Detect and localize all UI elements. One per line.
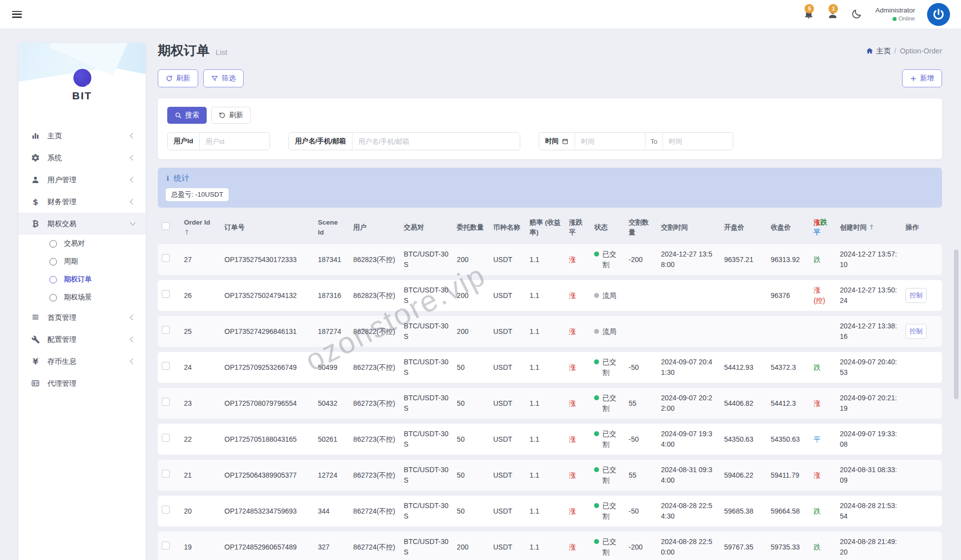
- row-checkbox[interactable]: [162, 326, 170, 334]
- col-coin: 币种名称: [489, 216, 526, 239]
- info-icon: i: [166, 174, 170, 183]
- notifications-button[interactable]: 5: [803, 8, 815, 20]
- open-price-cell: 59767.35: [720, 532, 767, 560]
- pair-cell: BTC/USDT-30S: [400, 316, 453, 347]
- avatar[interactable]: [927, 3, 950, 26]
- search-panel: 搜索 刷新 用户Id 用户名/手机/邮箱 时间 To: [158, 98, 942, 159]
- online-users-button[interactable]: 1: [827, 8, 839, 20]
- amount-cell: 50: [453, 496, 489, 527]
- sidebar-item-option-orders[interactable]: 期权订单: [18, 271, 146, 288]
- sidebar-item-system[interactable]: 系统: [18, 147, 146, 169]
- sidebar-item-finance[interactable]: $ 财务管理: [18, 191, 146, 213]
- side-cell: 涨: [565, 352, 591, 383]
- sidebar-item-users[interactable]: 用户管理: [18, 169, 146, 191]
- close-price-cell: 54412.3: [767, 388, 810, 419]
- reset-button[interactable]: 刷新: [211, 107, 251, 124]
- search-button[interactable]: 搜索: [167, 107, 207, 124]
- row-checkbox[interactable]: [162, 398, 170, 406]
- col-order-no: 订单号: [221, 216, 314, 239]
- coin-cell: USDT: [489, 352, 526, 383]
- sidebar: BIT 主页 系统 用户管理 $ 财务管理 ₿ 期权交易 交易对 周期 期权订单…: [18, 43, 146, 560]
- coin-cell: USDT: [489, 244, 526, 275]
- message-badge: 1: [829, 4, 838, 13]
- sidebar-item-trading-pairs[interactable]: 交易对: [18, 235, 146, 253]
- sidebar-item-config-mgmt[interactable]: 配置管理: [18, 328, 146, 350]
- row-checkbox[interactable]: [162, 542, 170, 550]
- settle-time-cell: 2024-12-27 13:58:00: [657, 244, 720, 275]
- open-price-cell: 96357.21: [720, 244, 767, 275]
- control-button[interactable]: 控制: [906, 324, 927, 339]
- chevron-left-icon: [130, 199, 135, 204]
- status-cell: 已交割: [590, 424, 625, 455]
- col-order-id[interactable]: Order Id↑: [180, 216, 221, 239]
- row-checkbox[interactable]: [162, 290, 170, 298]
- sidebar-item-option-scenes[interactable]: 期权场景: [18, 288, 146, 306]
- row-checkbox[interactable]: [162, 506, 170, 514]
- row-checkbox[interactable]: [162, 362, 170, 370]
- select-all-checkbox[interactable]: [162, 222, 170, 230]
- action-cell: [902, 388, 942, 419]
- sidebar-item-staking[interactable]: ¥ 存币生息: [18, 350, 146, 372]
- time-to-input[interactable]: [663, 133, 733, 150]
- sidebar-item-options-trading[interactable]: ₿ 期权交易: [18, 213, 146, 235]
- time-from-input[interactable]: [575, 133, 645, 150]
- scene-id-cell: 187274: [314, 316, 349, 347]
- order-id-cell: 20: [180, 496, 221, 527]
- settle-time-cell: 2024-09-07 20:41:30: [657, 352, 720, 383]
- wrench-icon: [30, 335, 40, 344]
- side-cell: 涨: [565, 496, 591, 527]
- vertical-scrollbar[interactable]: [954, 250, 959, 399]
- rate-cell: 1.1: [526, 460, 565, 491]
- chevron-left-icon: [130, 358, 135, 364]
- filter-button[interactable]: 筛选: [203, 69, 244, 87]
- status-cell: 已交割: [590, 244, 625, 275]
- user-id-input[interactable]: [200, 133, 270, 150]
- add-button[interactable]: 新增: [902, 69, 942, 87]
- status-cell: 已交割: [590, 460, 625, 491]
- logo-area: BIT: [18, 43, 146, 118]
- dark-mode-toggle[interactable]: [851, 8, 863, 20]
- scene-id-cell: 50499: [314, 352, 349, 383]
- sidebar-item-agents[interactable]: 代理管理: [18, 372, 146, 394]
- coin-cell: USDT: [489, 532, 526, 560]
- sidebar-item-home[interactable]: 主页: [18, 125, 146, 147]
- home-icon: [866, 47, 874, 55]
- result-cell: 平: [810, 424, 836, 455]
- user-name-input[interactable]: [352, 133, 520, 150]
- col-open-price: 开盘价: [720, 216, 767, 239]
- sidebar-item-periods[interactable]: 周期: [18, 253, 146, 271]
- scene-id-cell: 187341: [314, 244, 349, 275]
- menu-toggle-icon[interactable]: [12, 11, 22, 18]
- user-name: Administrator: [875, 6, 915, 15]
- bitcoin-icon: ₿: [30, 219, 40, 229]
- control-button[interactable]: 控制: [906, 288, 927, 303]
- status-cell: 已交割: [590, 352, 625, 383]
- settle-amount-cell: -200: [625, 244, 657, 275]
- col-created[interactable]: 创建时间 ↑: [836, 216, 902, 239]
- online-label: Online: [899, 15, 915, 23]
- sidebar-item-homepage-mgmt[interactable]: 首页管理: [18, 306, 146, 328]
- row-checkbox[interactable]: [162, 470, 170, 478]
- rate-cell: 1.1: [526, 244, 565, 275]
- table-row: 24 OP1725709253266749 50499 862723(不控) B…: [158, 352, 942, 383]
- amount-cell: 50: [453, 388, 489, 419]
- order-no-cell: OP1735275430172333: [221, 244, 314, 275]
- order-id-cell: 19: [180, 532, 221, 560]
- breadcrumb-home[interactable]: 主页: [866, 46, 891, 56]
- col-action: 操作: [902, 216, 942, 239]
- close-price-cell: 96376: [767, 280, 810, 311]
- result-cell: 涨(控): [810, 280, 836, 311]
- coin-cell: USDT: [489, 460, 526, 491]
- settle-time-cell: 2024-09-07 20:22:00: [657, 388, 720, 419]
- list-icon: [30, 313, 40, 322]
- filter-user-id: 用户Id: [167, 132, 270, 150]
- user-cell: 862823(不控): [349, 244, 400, 275]
- order-no-cell: OP1735275024794132: [221, 280, 314, 311]
- row-checkbox[interactable]: [162, 254, 170, 262]
- created-cell: 2024-09-07 20:21:19: [836, 388, 902, 419]
- user-cell: 862823(不控): [349, 280, 400, 311]
- row-checkbox[interactable]: [162, 434, 170, 442]
- refresh-button[interactable]: 刷新: [158, 69, 198, 87]
- radio-icon: [49, 240, 57, 248]
- refresh-icon: [166, 75, 173, 82]
